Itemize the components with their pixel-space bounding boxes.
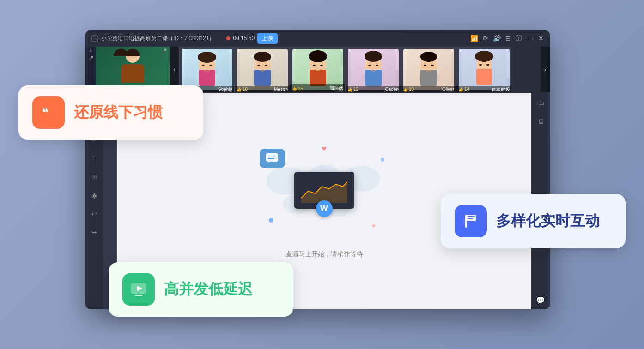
svg-rect-41 bbox=[266, 153, 278, 162]
svg-point-16 bbox=[365, 51, 382, 62]
svg-point-9 bbox=[265, 65, 267, 66]
card-restore-icon: ❝ bbox=[32, 96, 65, 129]
teacher-mic: 🎤 bbox=[161, 48, 167, 54]
quote-icon: ❝ bbox=[40, 104, 57, 121]
close-button[interactable]: ✕ bbox=[538, 35, 544, 42]
next-student-arrow[interactable]: › bbox=[541, 47, 550, 92]
svg-rect-27 bbox=[476, 69, 492, 85]
svg-point-18 bbox=[368, 65, 371, 66]
student-score-6: 👍 14 bbox=[458, 87, 469, 92]
svg-rect-12 bbox=[310, 70, 326, 86]
student-name-bar-4: 👍 12 Caden bbox=[346, 86, 401, 92]
svg-rect-17 bbox=[365, 70, 382, 86]
like-icon-6: 👍 bbox=[458, 87, 463, 92]
volume-icon[interactable]: 🔊 bbox=[493, 35, 501, 42]
svg-point-21 bbox=[420, 52, 437, 62]
student-name-5: Oliver bbox=[442, 87, 454, 92]
svg-rect-50 bbox=[468, 216, 475, 217]
student-score-3: 👍 15 bbox=[292, 86, 303, 91]
card-restore: ❝ 还原线下习惯 bbox=[18, 85, 203, 140]
teacher-body bbox=[121, 64, 144, 83]
screen-share-icon[interactable]: 🖥 bbox=[535, 115, 547, 128]
students-strip: 👍 11 Sophia bbox=[179, 47, 541, 92]
chat-icon: 💬 bbox=[536, 296, 545, 305]
student-tile: 👍 10 Mason bbox=[234, 47, 290, 92]
card-concurrent: 高并发低延迟 bbox=[109, 262, 293, 317]
student-name-bar-2: 👍 10 Mason bbox=[235, 86, 290, 92]
svg-rect-7 bbox=[254, 70, 271, 86]
svg-point-8 bbox=[257, 65, 260, 66]
svg-point-29 bbox=[486, 64, 489, 66]
wifi-icon: 📶 bbox=[470, 35, 478, 42]
dark-overlay-box: W bbox=[294, 172, 354, 209]
w-logo: W bbox=[316, 200, 333, 217]
card-interactive: 多样化实时互动 bbox=[441, 194, 626, 248]
refresh-icon[interactable]: ⟳ bbox=[483, 35, 488, 42]
student-score-4: 👍 12 bbox=[347, 87, 358, 92]
student-face-2 bbox=[237, 49, 288, 90]
svg-point-6 bbox=[254, 52, 271, 62]
title-bar-icons: 📶 ⟳ 🔊 ⊟ ⓘ — ✕ bbox=[470, 34, 544, 42]
svg-point-37 bbox=[330, 165, 333, 168]
card-interactive-icon bbox=[455, 205, 487, 237]
mic-icon-strip: 🎤 bbox=[88, 56, 93, 60]
title-bar: ⓘ 小学英语口语提高班第二课（ID：70223121） 00:15:50 上课 … bbox=[85, 30, 550, 47]
svg-point-3 bbox=[202, 65, 205, 66]
flag-icon bbox=[462, 213, 479, 229]
redo-tool[interactable]: ↪ bbox=[88, 226, 101, 239]
dot-3 bbox=[372, 224, 375, 227]
info-icon[interactable]: ⓘ bbox=[91, 35, 98, 42]
student-name-bar-3: 👍 15 周浩然 bbox=[290, 84, 345, 92]
student-name-bar-5: 👍 10 Oliver bbox=[401, 86, 456, 92]
svg-point-28 bbox=[479, 64, 482, 66]
world-map-area: ♥ W bbox=[255, 144, 394, 236]
student-name-bar-6: 👍 14 student6 bbox=[456, 86, 511, 92]
svg-text:❝: ❝ bbox=[42, 105, 49, 120]
svg-point-4 bbox=[209, 65, 212, 66]
student-tile: 👍 14 student6 bbox=[456, 47, 511, 92]
window-title: 小学英语口语提高班第二课（ID：70223121） bbox=[101, 35, 214, 42]
chat-bottom-icon[interactable]: 💬 bbox=[531, 291, 550, 309]
teacher-head bbox=[126, 49, 140, 63]
student-name-1: Sophia bbox=[218, 87, 232, 92]
grid-icon: ⠿ bbox=[89, 48, 92, 53]
svg-point-23 bbox=[424, 65, 426, 66]
folder-icon[interactable]: 🗂 bbox=[535, 96, 547, 109]
svg-point-14 bbox=[320, 65, 323, 66]
svg-point-19 bbox=[376, 65, 378, 66]
like-icon-4: 👍 bbox=[347, 87, 352, 92]
screen-icon[interactable]: ⊟ bbox=[505, 35, 511, 42]
minimize-button[interactable]: — bbox=[527, 35, 533, 42]
student-score-2: 👍 10 bbox=[237, 87, 248, 92]
svg-rect-48 bbox=[465, 215, 467, 228]
svg-point-11 bbox=[309, 50, 327, 62]
svg-rect-47 bbox=[135, 295, 142, 296]
student-tile: 👍 12 Caden bbox=[345, 47, 401, 92]
eraser-tool[interactable]: ◉ bbox=[88, 189, 101, 202]
like-icon-2: 👍 bbox=[237, 87, 242, 92]
stream-text: 直播马上开始，请稍作等待 bbox=[286, 250, 363, 259]
image-tool[interactable]: ⊞ bbox=[88, 170, 101, 183]
svg-point-26 bbox=[475, 51, 493, 62]
svg-point-36 bbox=[325, 168, 328, 171]
like-icon-5: 👍 bbox=[403, 87, 408, 92]
svg-point-1 bbox=[198, 52, 216, 63]
dot-2 bbox=[381, 158, 384, 162]
chat-bubble-left bbox=[260, 149, 285, 168]
card-concurrent-text: 高并发低延迟 bbox=[164, 279, 253, 300]
heart-icon: ♥ bbox=[322, 144, 327, 154]
like-icon-3: 👍 bbox=[292, 86, 297, 91]
card-interactive-text: 多样化实时互动 bbox=[496, 211, 600, 231]
class-button[interactable]: 上课 bbox=[257, 33, 278, 44]
teacher-hair-top bbox=[125, 49, 140, 56]
svg-rect-22 bbox=[420, 70, 437, 86]
student-face-1 bbox=[182, 49, 232, 90]
record-dot bbox=[226, 36, 230, 40]
svg-point-35 bbox=[320, 165, 324, 169]
undo-tool[interactable]: ↩ bbox=[88, 207, 101, 220]
settings-icon[interactable]: ⓘ bbox=[516, 34, 522, 42]
text-tool[interactable]: T bbox=[88, 152, 101, 165]
student-name-6: student6 bbox=[492, 87, 510, 92]
student-name-3: 周浩然 bbox=[329, 85, 343, 92]
student-tile: 👍 15 周浩然 bbox=[290, 47, 345, 92]
